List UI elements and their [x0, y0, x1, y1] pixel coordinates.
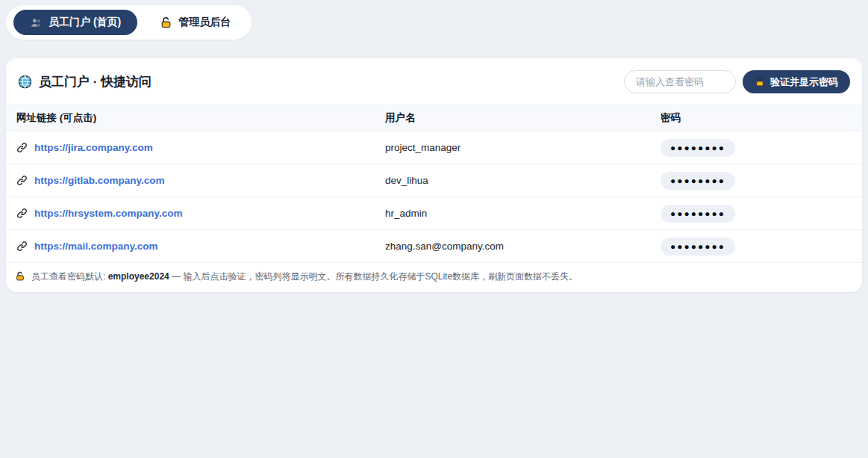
url-text: https://mail.company.com	[34, 241, 158, 252]
top-tab-bar: 员工门户 (首页) 管理员后台	[6, 5, 252, 40]
username-value: dev_lihua	[379, 175, 655, 186]
unlock-icon	[15, 271, 25, 282]
url-link-hrsystem[interactable]: https://hrsystem.company.com	[16, 208, 379, 219]
link-icon	[16, 241, 28, 252]
header-actions: 验证并显示密码	[624, 70, 850, 93]
table-row: https://gitlab.company.com dev_lihua ●●●…	[6, 164, 862, 197]
masked-password: ●●●●●●●●	[661, 205, 735, 223]
link-icon	[16, 175, 28, 186]
url-link-jira[interactable]: https://jira.company.com	[16, 142, 379, 153]
column-header-password: 密码	[655, 111, 858, 125]
verify-show-password-button[interactable]: 验证并显示密码	[743, 70, 850, 93]
column-header-username: 用户名	[379, 111, 655, 125]
card-header: 员工门户 · 快捷访问 验证并显示密码	[6, 58, 862, 105]
url-text: https://hrsystem.company.com	[34, 208, 183, 219]
users-icon	[30, 16, 43, 29]
lock-icon	[755, 77, 765, 87]
url-link-gitlab[interactable]: https://gitlab.company.com	[16, 175, 379, 186]
footer-note: 员工查看密码默认: employee2024 — 输入后点击验证，密码列将显示明…	[6, 263, 862, 292]
masked-password: ●●●●●●●●	[661, 139, 735, 157]
verify-button-label: 验证并显示密码	[770, 75, 838, 89]
quick-access-card: 员工门户 · 快捷访问 验证并显示密码 网址链接 (可点击) 用户名 密码	[6, 58, 862, 292]
table-header-row: 网址链接 (可点击) 用户名 密码	[6, 105, 862, 131]
table-row: https://mail.company.com zhang.san@compa…	[6, 230, 862, 263]
page-background: { "tabs": [ { "label": "员工门户 (首页)", "ico…	[0, 0, 868, 458]
tab-admin-backend[interactable]: 管理员后台	[148, 10, 243, 35]
masked-password: ●●●●●●●●	[661, 172, 735, 190]
tab-label: 管理员后台	[178, 16, 231, 29]
tab-label: 员工门户 (首页)	[49, 16, 121, 29]
column-header-url: 网址链接 (可点击)	[10, 111, 379, 125]
table-row: https://hrsystem.company.com hr_admin ●●…	[6, 197, 862, 230]
footer-note-text: 员工查看密码默认: employee2024 — 输入后点击验证，密码列将显示明…	[31, 270, 578, 283]
url-text: https://gitlab.company.com	[34, 175, 165, 186]
username-value: project_manager	[379, 142, 655, 153]
link-icon	[16, 208, 28, 219]
table-row: https://jira.company.com project_manager…	[6, 131, 862, 164]
link-icon	[16, 142, 28, 153]
tab-employee-portal[interactable]: 员工门户 (首页)	[13, 10, 137, 35]
url-text: https://jira.company.com	[34, 142, 153, 153]
page-title: 员工门户 · 快捷访问	[18, 73, 152, 90]
unlock-icon	[160, 16, 172, 29]
page-title-text: 员工门户 · 快捷访问	[39, 73, 152, 90]
globe-icon	[18, 75, 32, 89]
footer-note-prefix: 员工查看密码默认:	[31, 271, 108, 282]
url-link-mail[interactable]: https://mail.company.com	[16, 241, 379, 252]
footer-note-suffix: — 输入后点击验证，密码列将显示明文。所有数据持久化存储于SQLite数据库，刷…	[169, 271, 578, 282]
view-password-input[interactable]	[624, 70, 736, 93]
masked-password: ●●●●●●●●	[661, 238, 735, 256]
username-value: hr_admin	[379, 208, 655, 219]
username-value: zhang.san@company.com	[379, 241, 655, 252]
default-password-highlight: employee2024	[108, 271, 169, 282]
